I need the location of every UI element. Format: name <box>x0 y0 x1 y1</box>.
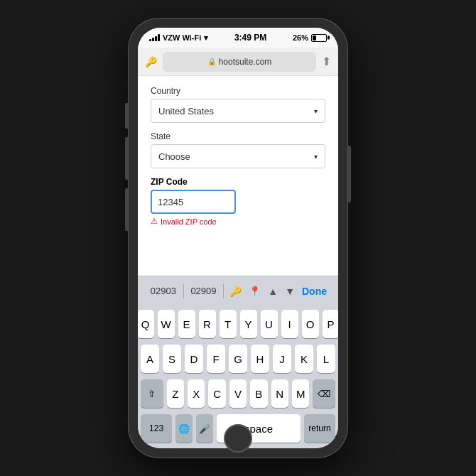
battery-icon <box>311 34 327 42</box>
power-btn[interactable] <box>348 146 351 202</box>
browser-bar: 🔑 🔒 hootsuite.com ⬆ <box>138 48 338 76</box>
keyboard-row-3: ⇧ Z X C V B N M ⌫ <box>141 379 335 408</box>
key-autocomplete-icon: 🔑 <box>229 286 242 297</box>
state-value: Choose <box>158 151 190 162</box>
globe-icon-key[interactable]: 🌐 <box>175 414 193 443</box>
done-button[interactable]: Done <box>302 286 327 297</box>
key-o[interactable]: O <box>302 310 319 338</box>
key-icon: 🔑 <box>145 56 157 67</box>
key-x[interactable]: X <box>188 379 205 408</box>
keyboard-row-2: A S D F G H J K L <box>141 345 335 373</box>
zip-label: ZIP Code <box>151 177 325 187</box>
country-select[interactable]: United States ▾ <box>151 99 325 123</box>
status-bar: VZW Wi-Fi ▾ 3:49 PM 26% <box>138 28 338 48</box>
key-t[interactable]: T <box>220 310 237 338</box>
key-d[interactable]: D <box>185 345 203 373</box>
key-p[interactable]: P <box>323 310 339 338</box>
autocomplete-item-2[interactable]: 02909 <box>184 286 224 296</box>
key-y[interactable]: Y <box>240 310 257 338</box>
error-message: ⚠ Invalid ZIP code <box>151 217 325 226</box>
state-field: State Choose ▾ <box>151 131 325 168</box>
key-r[interactable]: R <box>199 310 216 338</box>
key-f[interactable]: F <box>207 345 225 373</box>
home-button[interactable] <box>224 424 252 453</box>
state-label: State <box>151 131 325 141</box>
key-s[interactable]: S <box>163 345 181 373</box>
url-text: hootsuite.com <box>219 57 272 67</box>
autocomplete-bar: 02903 02909 🔑 📍 ▲ ▼ Done <box>138 276 338 305</box>
key-g[interactable]: G <box>229 345 247 373</box>
key-q[interactable]: Q <box>138 310 154 338</box>
location-icon: 📍 <box>249 286 261 297</box>
state-select[interactable]: Choose ▾ <box>151 144 325 168</box>
mic-icon-key[interactable]: 🎤 <box>196 414 213 443</box>
error-triangle-icon: ⚠ <box>151 217 158 226</box>
key-c[interactable]: C <box>208 379 225 408</box>
battery-percent: 26% <box>293 33 308 42</box>
url-bar[interactable]: 🔒 hootsuite.com <box>163 52 316 72</box>
zip-value: 12345 <box>158 197 183 207</box>
wifi-icon: ▾ <box>204 33 208 43</box>
autocomplete-icons: 🔑 📍 ▲ ▼ Done <box>224 286 332 297</box>
phone-outer: VZW Wi-Fi ▾ 3:49 PM 26% 🔑 🔒 h <box>128 18 348 458</box>
web-content: Country United States ▾ State Choose ▾ <box>138 76 338 276</box>
key-k[interactable]: K <box>295 345 313 373</box>
backspace-key[interactable]: ⌫ <box>313 379 335 408</box>
zip-field: ZIP Code 12345 ⚠ Invalid ZIP code <box>151 177 325 226</box>
key-z[interactable]: Z <box>167 379 184 408</box>
zip-input[interactable]: 12345 <box>151 190 236 214</box>
key-u[interactable]: U <box>261 310 278 338</box>
country-value: United States <box>158 106 214 117</box>
key-n[interactable]: N <box>271 379 288 408</box>
error-text: Invalid ZIP code <box>161 217 217 226</box>
key-j[interactable]: J <box>273 345 291 373</box>
chevron-down-icon: ▾ <box>314 107 318 115</box>
shift-key[interactable]: ⇧ <box>141 379 163 408</box>
key-v[interactable]: V <box>229 379 247 408</box>
key-a[interactable]: A <box>141 345 159 373</box>
volume-up-btn[interactable] <box>125 137 128 180</box>
key-i[interactable]: I <box>281 310 298 338</box>
country-label: Country <box>151 86 325 96</box>
key-l[interactable]: L <box>317 345 335 373</box>
lock-icon: 🔒 <box>207 58 216 65</box>
key-m[interactable]: M <box>292 379 309 408</box>
clock: 3:49 PM <box>234 33 266 43</box>
country-field: Country United States ▾ <box>151 86 325 123</box>
keyboard-row-1: Q W E R T Y U I O P <box>141 310 335 338</box>
return-key[interactable]: return <box>304 414 335 443</box>
share-icon[interactable]: ⬆ <box>322 55 331 68</box>
volume-down-btn[interactable] <box>125 188 128 231</box>
numbers-key[interactable]: 123 <box>141 414 172 443</box>
signal-bars-icon <box>149 34 160 41</box>
autocomplete-item-1[interactable]: 02903 <box>144 286 183 296</box>
key-w[interactable]: W <box>158 310 175 338</box>
arrow-up-btn[interactable]: ▲ <box>268 286 278 297</box>
key-h[interactable]: H <box>251 345 269 373</box>
key-b[interactable]: B <box>250 379 267 408</box>
phone-screen: VZW Wi-Fi ▾ 3:49 PM 26% 🔑 🔒 h <box>138 28 338 448</box>
arrow-down-btn[interactable]: ▼ <box>285 286 295 297</box>
state-chevron-icon: ▾ <box>314 153 318 161</box>
carrier-label: VZW Wi-Fi <box>163 33 201 42</box>
key-e[interactable]: E <box>178 310 195 338</box>
